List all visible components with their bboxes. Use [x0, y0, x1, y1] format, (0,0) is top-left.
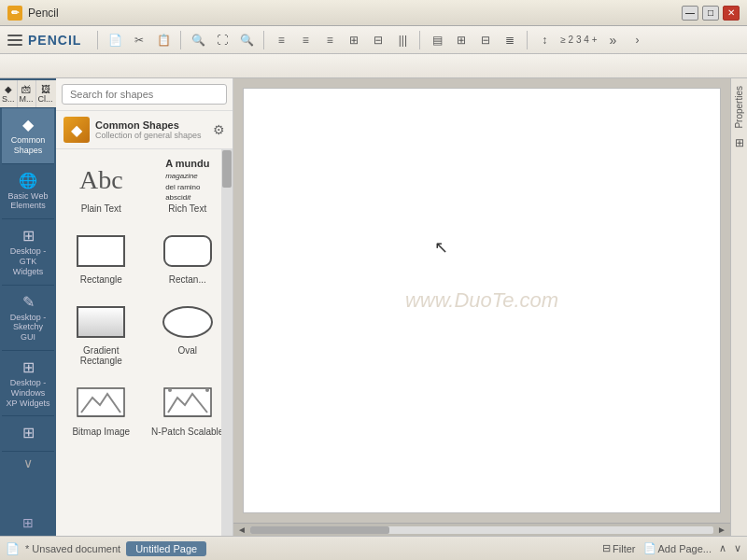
add-page-icon: 📄 [643, 542, 656, 554]
status-right: ⊟ Filter 📄 Add Page... ∧ ∨ [602, 542, 741, 554]
collection-info: Common Shapes Collection of general shap… [95, 119, 207, 140]
document-name: * Unsaved document [25, 543, 120, 554]
shape-item-npatch[interactable]: N-Patch Scalable [147, 376, 230, 443]
window-title: Pencil [28, 7, 682, 20]
tab-stencils[interactable]: ◆ S... [0, 80, 18, 107]
search-input[interactable] [62, 84, 227, 105]
sidebar-item-winxp[interactable]: ⊞ Desktop - Windows XP Widgets [2, 351, 54, 416]
fit-button[interactable]: ⛶ [212, 30, 233, 50]
filter-button[interactable]: ⊟ Filter [602, 542, 635, 554]
sidebar-item-more[interactable]: ⊞ [2, 416, 54, 452]
grid-button[interactable]: ⊞ [451, 30, 472, 50]
svg-point-3 [163, 307, 212, 337]
shape-label-plain-text: Plain Text [81, 203, 121, 214]
properties-panel: Properties ⊞ [730, 78, 747, 536]
canvas-container: www.DuoTe.com ↖ [233, 78, 730, 523]
align-right-button[interactable]: ≡ [319, 30, 340, 50]
properties-label[interactable]: Properties [732, 82, 746, 133]
shape-preview-oval [160, 301, 216, 343]
shape-item-rounded-rect[interactable]: Rectan... [147, 224, 230, 291]
sidebar-item-web[interactable]: 🌐 Basic Web Elements [2, 164, 54, 220]
shape-label-bitmap: Bitmap Image [72, 427, 130, 437]
search-box-container [56, 78, 233, 111]
shape-label-gradient-rect: Gradient Rectangle [64, 345, 138, 366]
new-button[interactable]: 📄 [105, 30, 125, 50]
panel-switcher-tabs: ◆ S... 🖄 M... 🖼 Cl... ▼ [0, 80, 56, 108]
shapes-scrollbar[interactable] [221, 149, 233, 536]
tab-clipboard[interactable]: 🖼 Cl... [36, 80, 55, 107]
scroll-left-button[interactable]: ◄ [235, 525, 248, 535]
toolbar-separator-4 [419, 31, 420, 49]
scroll-right-button[interactable]: ► [715, 525, 728, 535]
shape-item-rich-text[interactable]: A mundu magazine del ramino abscidit Ric… [147, 153, 230, 220]
sidebar-collapse-button[interactable]: ∨ [20, 452, 36, 474]
rulers-button[interactable]: ⊟ [475, 30, 496, 50]
close-button[interactable]: ✕ [723, 6, 740, 21]
status-arrow-up[interactable]: ∧ [719, 542, 726, 554]
format-button[interactable]: ≣ [500, 30, 520, 50]
toolbar-separator-3 [263, 31, 264, 49]
overflow-button[interactable]: » [602, 30, 623, 50]
svg-point-8 [205, 388, 209, 392]
main-layout: ◆ S... 🖄 M... 🖼 Cl... ▼ ◆ Common Shapes … [0, 78, 747, 536]
toolbar-separator-5 [527, 31, 528, 49]
add-page-button[interactable]: 📄 Add Page... [643, 542, 712, 554]
shape-preview-gradient-rect [73, 301, 129, 343]
zoom-in-button[interactable]: 🔍 [188, 30, 208, 50]
align-distribute-h-button[interactable]: ⊞ [344, 30, 364, 50]
svg-rect-2 [78, 307, 124, 337]
sidebar-bottom-grid-button[interactable]: ⊞ [22, 510, 34, 536]
shapes-scrollbar-thumb[interactable] [222, 150, 232, 188]
sidebar-item-sketchy[interactable]: ✎ Desktop - Sketchy GUI [2, 286, 54, 351]
maximize-button[interactable]: □ [702, 6, 719, 21]
filter-icon: ⊟ [602, 542, 611, 554]
order-button[interactable]: ↕ [534, 30, 555, 50]
scroll-track[interactable] [250, 526, 713, 534]
properties-icon[interactable]: ⊞ [735, 136, 744, 149]
stencils-icon: ◆ [5, 84, 12, 94]
settings-button[interactable]: ⚙ [213, 122, 225, 137]
shape-label-oval: Oval [177, 345, 197, 356]
gradient-rect-svg [74, 303, 128, 341]
grid-bottom-icon: ⊞ [22, 515, 34, 530]
svg-rect-0 [78, 236, 124, 266]
zoom-level: ≥ 2 3 4 + [558, 35, 599, 45]
paste-button[interactable]: 📋 [153, 30, 174, 50]
align-left-button[interactable]: ≡ [271, 30, 291, 50]
align-distribute-v-button[interactable]: ⊟ [368, 30, 388, 50]
rounded-rect-svg [161, 232, 215, 270]
shape-item-bitmap[interactable]: Bitmap Image [60, 376, 143, 443]
cut-button[interactable]: ✂ [129, 30, 149, 50]
scroll-thumb[interactable] [250, 526, 389, 534]
shape-item-gradient-rect[interactable]: Gradient Rectangle [60, 295, 143, 372]
layers-button[interactable]: ▤ [427, 30, 447, 50]
status-arrow-down[interactable]: ∨ [734, 542, 741, 554]
toolbar-expand-button[interactable]: › [627, 30, 647, 50]
rectangle-svg [74, 232, 128, 270]
sidebar-item-gtk[interactable]: ⊞ Desktop - GTK Widgets [2, 219, 54, 285]
page-tab[interactable]: Untitled Page [126, 541, 206, 556]
shape-preview-bitmap [73, 383, 129, 424]
canvas-area: www.DuoTe.com ↖ ◄ ► [233, 78, 730, 536]
collection-header: ◆ Common Shapes Collection of general sh… [56, 111, 233, 149]
toolbar-separator-2 [180, 31, 181, 49]
shape-item-oval[interactable]: Oval [147, 295, 230, 372]
tab-myshapes[interactable]: 🖄 M... [18, 80, 36, 107]
menu-hamburger-button[interactable] [6, 31, 24, 49]
align-bar-button[interactable]: ||| [392, 30, 413, 50]
shape-preview-rectangle [73, 231, 129, 272]
npatch-svg [161, 385, 215, 422]
minimize-button[interactable]: — [682, 6, 698, 21]
horizontal-scrollbar[interactable]: ◄ ► [233, 523, 730, 536]
canvas[interactable]: www.DuoTe.com ↖ [243, 88, 721, 513]
zoom-out-button[interactable]: 🔍 [236, 30, 257, 50]
svg-point-7 [168, 388, 172, 392]
toolbar-separator-1 [97, 31, 98, 49]
bitmap-svg [74, 385, 128, 422]
myshapes-icon: 🖄 [21, 84, 31, 94]
shape-item-rectangle[interactable]: Rectangle [60, 224, 143, 291]
clipboard-icon: 🖼 [41, 84, 50, 94]
sidebar-item-common[interactable]: ◆ Common Shapes [2, 108, 54, 164]
align-center-button[interactable]: ≡ [295, 30, 316, 50]
shape-item-plain-text[interactable]: Abc Plain Text [60, 153, 143, 220]
